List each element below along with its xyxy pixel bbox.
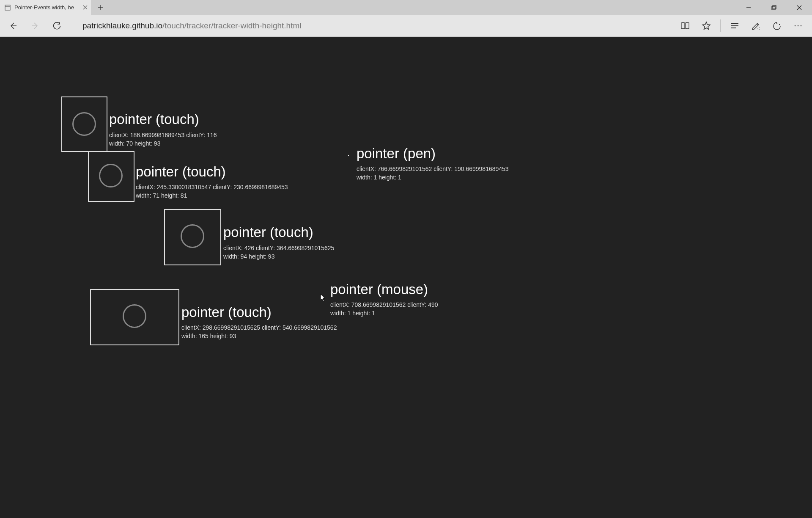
reading-view-icon[interactable] — [675, 16, 696, 36]
svg-point-19 — [776, 22, 777, 23]
pointer-dot — [348, 155, 349, 156]
pointer-ring-icon — [72, 112, 96, 136]
svg-point-16 — [759, 27, 760, 28]
page-icon — [4, 4, 11, 11]
more-icon[interactable] — [787, 16, 809, 36]
svg-point-22 — [798, 25, 799, 26]
close-tab-icon[interactable] — [82, 4, 88, 11]
toolbar-right — [675, 16, 809, 36]
pointer-type-label: pointer (touch) — [181, 304, 272, 320]
mouse-cursor-icon — [320, 294, 326, 304]
pointer-details: clientX: 708.6699829101562 clientY: 490w… — [330, 301, 438, 317]
pointer-type-label: pointer (touch) — [136, 164, 226, 180]
browser-toolbar: patrickhlauke.github.io/touch/tracker/tr… — [0, 15, 812, 37]
pointer-details: clientX: 186.6699981689453 clientY: 116w… — [109, 131, 217, 148]
pointer-ring-icon — [123, 304, 146, 328]
address-bar[interactable]: patrickhlauke.github.io/touch/tracker/tr… — [79, 18, 672, 34]
pointer-details: clientX: 298.66998291015625 clientY: 540… — [181, 324, 337, 340]
pointer-ring-icon — [99, 164, 123, 187]
window-controls — [736, 0, 812, 15]
minimize-button[interactable] — [736, 0, 761, 15]
pointer-type-label: pointer (touch) — [223, 224, 313, 240]
pointer-type-label: pointer (pen) — [357, 146, 436, 162]
svg-rect-7 — [772, 6, 775, 10]
svg-point-18 — [759, 29, 760, 30]
share-icon[interactable] — [766, 16, 787, 36]
refresh-button[interactable] — [47, 16, 67, 36]
svg-point-23 — [801, 25, 802, 26]
forward-button[interactable] — [25, 16, 45, 36]
page-content[interactable]: pointer (touch)clientX: 186.669998168945… — [0, 37, 812, 518]
web-note-icon[interactable] — [745, 16, 766, 36]
toolbar-separator-2 — [720, 19, 721, 32]
svg-point-20 — [779, 24, 780, 25]
pointer-details: clientX: 245.3300018310547 clientY: 230.… — [136, 183, 288, 200]
svg-point-17 — [757, 28, 758, 29]
svg-point-21 — [795, 25, 796, 26]
pointer-details: clientX: 766.6699829101562 clientY: 190.… — [357, 165, 509, 182]
browser-tab[interactable]: Pointer-Events width, he — [0, 0, 91, 15]
window-titlebar: Pointer-Events width, he — [0, 0, 812, 15]
svg-rect-8 — [773, 6, 776, 9]
favorite-icon[interactable] — [696, 16, 717, 36]
tabs: Pointer-Events width, he — [0, 0, 110, 15]
tab-title: Pointer-Events width, he — [14, 4, 78, 11]
maximize-button[interactable] — [761, 0, 787, 15]
pointer-ring-icon — [181, 224, 204, 248]
url-path: /touch/tracker/tracker-width-height.html — [162, 21, 301, 30]
back-button[interactable] — [3, 16, 23, 36]
close-window-button[interactable] — [787, 0, 812, 15]
toolbar-separator — [73, 19, 73, 32]
url-host: patrickhlauke.github.io — [82, 21, 162, 30]
pointer-details: clientX: 426 clientY: 364.66998291015625… — [223, 244, 334, 261]
pointer-type-label: pointer (mouse) — [330, 281, 428, 298]
new-tab-button[interactable] — [91, 0, 110, 15]
hub-icon[interactable] — [724, 16, 745, 36]
pointer-type-label: pointer (touch) — [109, 111, 199, 127]
svg-rect-0 — [5, 5, 10, 10]
